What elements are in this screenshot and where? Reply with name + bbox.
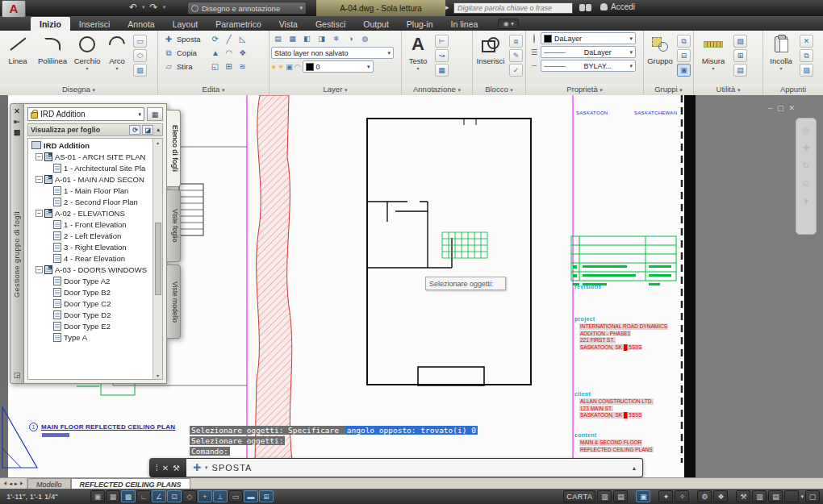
ribbon-options-button[interactable]: ◉ ▾ <box>498 19 519 29</box>
command-close-icon[interactable]: ✕ <box>162 464 169 473</box>
tab-inserisci[interactable]: Inserisci <box>70 17 119 31</box>
history-expand-icon[interactable]: ▴ <box>633 464 636 472</box>
annotation-scale-icon[interactable]: ✦ <box>658 490 673 502</box>
tab-viste-foglio[interactable]: Viste foglio <box>167 190 181 262</box>
color-wheel-icon[interactable] <box>533 34 535 44</box>
table-button[interactable]: ▦ <box>435 64 449 77</box>
tab-gestisci[interactable]: Gestisci <box>307 17 354 31</box>
quick-select-button[interactable]: ▧ <box>733 35 747 48</box>
quickview-active-icon[interactable]: ▣ <box>636 490 650 502</box>
trim-icon[interactable]: ╱ <box>224 35 235 44</box>
tree-item-sheet[interactable]: 1 - Main Floor Plan <box>29 185 152 196</box>
unlock-icon[interactable]: ◠ <box>295 63 301 71</box>
tab-elenco-di-fogli[interactable]: Elenco di fogli <box>167 110 181 187</box>
workspace-select[interactable]: Disegno e annotazione ▾ <box>187 2 307 15</box>
prev-layout-icon[interactable]: ◂ <box>10 481 13 487</box>
zoom-icon[interactable]: ⊙ <box>802 178 809 189</box>
sun-icon[interactable]: ☀ <box>278 63 284 71</box>
steering-wheel-icon[interactable]: ◎ <box>802 125 810 135</box>
tree-item-subset[interactable]: −A-03 - DOORS WINDOWS <box>29 264 152 275</box>
tree-item-subset[interactable]: −AS-01 - ARCH SITE PLAN <box>29 151 152 162</box>
panel-label-appunti[interactable]: Appunti <box>763 84 823 95</box>
panel-label-disegna[interactable]: Disegna ▾ <box>0 84 157 95</box>
quickview-drawings-icon[interactable]: ▤ <box>613 490 628 502</box>
rectangle-button[interactable]: ▭ <box>133 35 147 48</box>
move-button[interactable]: ✚Sposta ⟳ ╱ ◺ <box>163 32 249 46</box>
quick-properties-toggle[interactable]: ⊞ <box>259 490 274 502</box>
group-edit-button[interactable]: ⊟ <box>677 49 691 62</box>
first-layout-icon[interactable]: ⏴ <box>4 481 7 487</box>
undo-icon[interactable]: ↶ <box>129 2 137 13</box>
tree-item-sheet[interactable]: 4 - Rear Elevation <box>29 252 152 264</box>
sign-in-button[interactable]: Accedi <box>600 2 635 11</box>
last-layout-icon[interactable]: ⏵ <box>20 481 23 487</box>
panel-label-edita[interactable]: Edita ▾ <box>158 84 269 95</box>
panel-label-annotazione[interactable]: Annotazione ▾ <box>402 84 472 95</box>
scale-icon[interactable]: ◱ <box>210 62 221 71</box>
measure-button[interactable]: Misura▾ <box>696 32 731 71</box>
tab-inlinea[interactable]: In linea <box>442 17 487 31</box>
text-button[interactable]: A Testo▾ <box>403 32 432 71</box>
layer-match-icon[interactable]: ▦ <box>286 32 299 45</box>
offset-icon[interactable]: ≋ <box>237 62 249 71</box>
lineweight-icon[interactable]: ☰ <box>528 48 541 56</box>
lineweight-toggle[interactable]: ▬ <box>244 490 258 502</box>
tab-annota[interactable]: Annota <box>119 17 163 31</box>
annotation-visibility-icon[interactable]: ✧ <box>675 490 689 502</box>
ellipse-button[interactable]: ⬭ <box>133 49 147 62</box>
next-layout-icon[interactable]: ▸ <box>15 481 18 487</box>
palette-properties-icon[interactable]: ▦ <box>14 127 21 138</box>
redo-dropdown-icon[interactable]: ▾ <box>163 4 166 10</box>
drawing-canvas[interactable]: – ▢ ✕ ◎ ✚ ↻ ⊙ ▾ SASKATOON SASKATCHEWAN r… <box>0 95 823 477</box>
help-search-input[interactable]: Digitare parola chiave o frase <box>453 2 573 14</box>
tree-item-sheet[interactable]: Door Type A2 <box>29 275 152 286</box>
tree-scrollbar[interactable]: ▴ ▾ <box>152 139 162 379</box>
redo-icon[interactable]: ↷ <box>150 2 158 13</box>
osnap3d-toggle[interactable]: ◇ <box>182 490 197 502</box>
ortho-toggle[interactable]: ∟ <box>136 490 151 502</box>
linetype-icon[interactable]: ┄ <box>528 62 541 70</box>
palette-autohide-icon[interactable]: ⇤ <box>14 117 20 127</box>
lineweight-select[interactable]: ———DaLayer▾ <box>541 46 636 58</box>
statusbar-menu-icon[interactable]: ▾ <box>800 494 804 500</box>
group-button[interactable]: Gruppo <box>645 32 675 65</box>
tab-inizio[interactable]: Inizio <box>31 17 70 31</box>
tree-item-root[interactable]: IRD Addition <box>29 140 152 151</box>
explode-icon[interactable]: ❖ <box>237 48 249 57</box>
stretch-button[interactable]: ▱Stira ◱ ⊞ ≋ <box>163 60 249 73</box>
tab-parametrico[interactable]: Parametrico <box>207 17 270 31</box>
paste-special-button[interactable]: ▨ <box>800 64 813 77</box>
sheet-selections-button[interactable]: ▦ <box>147 107 163 121</box>
tab-modello[interactable]: Modello <box>27 478 71 489</box>
tab-viste-modello[interactable]: Viste modello <box>167 264 181 339</box>
tree-item-sheet[interactable]: 1 - Front Elevation <box>29 219 152 230</box>
wrench-icon[interactable]: ⚒ <box>736 490 750 502</box>
edit-icon[interactable]: ◪ <box>142 125 153 135</box>
tree-item-sheet[interactable]: 1 - Architectural Site Pla <box>29 162 152 173</box>
otrack-toggle[interactable]: + <box>198 490 212 502</box>
search-icon[interactable] <box>579 4 592 11</box>
quick-calc-button[interactable]: ⊞ <box>733 49 747 62</box>
restore-icon[interactable]: ▢ <box>777 104 784 112</box>
tree-item-sheet[interactable]: Type A <box>29 331 152 343</box>
copy-button[interactable]: ⧉Copia ▲ ◠ ❖ <box>163 46 249 60</box>
tree-item-sheet[interactable]: Door Type B2 <box>29 286 152 298</box>
paper-model-button[interactable]: CARTA <box>563 490 595 502</box>
copy-clip-button[interactable]: ⧉ <box>800 49 813 62</box>
ungroup-button[interactable]: ⧉ <box>677 35 691 48</box>
snap-toggle[interactable]: ▦ <box>106 490 120 502</box>
tab-plugin[interactable]: Plug-in <box>398 17 442 31</box>
grid-toggle[interactable]: ▩ <box>121 490 136 502</box>
layer-state-select[interactable]: Stato layer non salvato▾ <box>271 47 394 59</box>
model-icon[interactable]: ▥ <box>752 490 767 502</box>
tree-item-sheet[interactable]: 3 - Right Elevation <box>29 241 152 252</box>
insert-button[interactable]: Inserisci <box>474 32 507 65</box>
command-bar-grip[interactable]: ⁞ ✕ ⚒ <box>149 458 186 477</box>
panel-label-blocco[interactable]: Blocco ▾ <box>473 84 525 95</box>
refresh-icon[interactable]: ⟳ <box>129 125 140 135</box>
layer-off-icon[interactable]: ◑ <box>344 32 357 45</box>
id-point-button[interactable]: ▤ <box>733 64 747 77</box>
rotate-icon[interactable]: ⟳ <box>210 35 221 44</box>
palette-close-icon[interactable]: ✕ <box>14 106 20 117</box>
workspace-switch-icon[interactable]: ⚙ <box>697 490 712 502</box>
